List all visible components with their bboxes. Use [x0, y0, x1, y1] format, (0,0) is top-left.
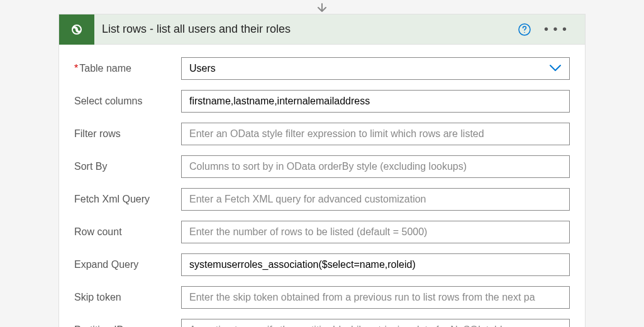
action-card-list-rows: List rows - list all users and their rol…	[58, 14, 586, 327]
card-header[interactable]: List rows - list all users and their rol…	[59, 14, 585, 45]
expand-query-input[interactable]	[181, 253, 570, 276]
fetch-xml-input[interactable]	[181, 188, 570, 211]
skip-token-label: Skip token	[74, 292, 181, 303]
sort-by-label: Sort By	[74, 161, 181, 172]
row-count-input[interactable]	[181, 221, 570, 243]
fetch-xml-label: Fetch Xml Query	[74, 194, 181, 205]
chevron-down-icon	[549, 63, 562, 74]
overflow-menu-icon[interactable]: • • •	[541, 22, 570, 36]
select-columns-input[interactable]	[181, 90, 570, 113]
dataverse-icon	[59, 14, 94, 45]
required-asterisk: *	[74, 63, 78, 74]
sort-by-input[interactable]	[181, 155, 570, 178]
partition-id-input[interactable]	[181, 319, 570, 327]
card-title: List rows - list all users and their rol…	[94, 23, 518, 36]
table-name-value: Users	[189, 63, 216, 74]
table-name-label: *Table name	[74, 63, 181, 74]
card-body: *Table name Users Select columns Filter …	[59, 45, 585, 327]
row-count-label: Row count	[74, 226, 181, 238]
expand-query-label: Expand Query	[74, 259, 181, 270]
skip-token-input[interactable]	[181, 286, 570, 309]
flow-arrow-icon	[316, 0, 328, 14]
select-columns-label: Select columns	[74, 96, 181, 107]
filter-rows-input[interactable]	[181, 123, 570, 145]
partition-id-label: Partition ID	[74, 324, 181, 327]
table-name-select[interactable]: Users	[181, 57, 570, 80]
filter-rows-label: Filter rows	[74, 128, 181, 140]
help-icon[interactable]	[518, 23, 531, 36]
